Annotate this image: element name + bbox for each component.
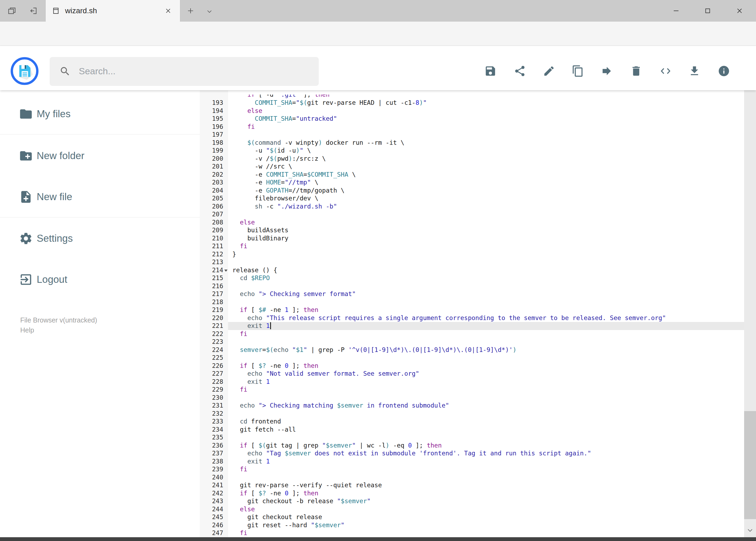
move-icon[interactable]	[601, 65, 613, 77]
code-line-225[interactable]: 225	[200, 354, 744, 362]
maximize-icon[interactable]	[704, 7, 712, 15]
code-line-241[interactable]: 241 git rev-parse --verify --quiet relea…	[200, 481, 744, 489]
sidebar-item-my-files[interactable]: My files	[0, 103, 200, 125]
close-window-icon[interactable]	[735, 7, 744, 15]
code-line-192[interactable]: if [ -d ".git" ]; then	[200, 95, 744, 98]
code-line-194[interactable]: 194 else	[200, 107, 744, 115]
code-line-202[interactable]: 202 -e COMMIT_SHA=$COMMIT_SHA \	[200, 171, 744, 179]
code-line-219[interactable]: 219 if [ $# -ne 1 ]; then	[200, 306, 744, 314]
filebrowser-logo-icon[interactable]	[11, 57, 39, 85]
code-line-209[interactable]: 209 buildAssets	[200, 226, 744, 235]
code-line-212[interactable]: 212}	[200, 251, 744, 259]
code-line-240[interactable]: 240	[200, 473, 744, 482]
code-line-193[interactable]: 193 COMMIT_SHA="$(git rev-parse HEAD | c…	[200, 99, 744, 107]
code-line-220[interactable]: 220 echo "This release script requires a…	[200, 314, 744, 322]
scrollbar-thumb[interactable]	[744, 411, 756, 519]
copy-icon[interactable]	[572, 65, 584, 77]
code-line-231[interactable]: 231 echo "> Checking matching $semver in…	[200, 402, 744, 410]
page-scrollbar[interactable]	[744, 46, 756, 537]
code-line-236[interactable]: 236 if [ $(git tag | grep "$semver" | wc…	[200, 442, 744, 450]
document-icon	[52, 6, 60, 15]
code-line-217[interactable]: 217 echo "> Checking semver format"	[200, 290, 744, 298]
line-number: 218	[200, 298, 228, 306]
fold-arrow-icon[interactable]	[224, 270, 227, 272]
close-icon[interactable]	[164, 7, 172, 15]
browser-tab[interactable]: wizard.sh	[45, 0, 180, 22]
plus-icon[interactable]	[186, 6, 195, 15]
code-line-223[interactable]: 223	[200, 338, 744, 346]
help-link[interactable]: Help	[20, 325, 34, 335]
download-icon[interactable]	[688, 65, 701, 77]
line-number: 233	[200, 417, 228, 426]
code-line-207[interactable]: 207	[200, 211, 744, 219]
scroll-down-icon[interactable]	[747, 527, 754, 534]
code-text: filebrowser/dev \	[228, 195, 744, 203]
code-text: buildAssets	[228, 226, 744, 235]
code-line-216[interactable]: 216	[200, 282, 744, 290]
code-line-204[interactable]: 204 -e GOPATH=//tmp/gopath \	[200, 187, 744, 195]
code-line-196[interactable]: 196 fi	[200, 123, 744, 131]
code-line-226[interactable]: 226 if [ $? -ne 0 ]; then	[200, 362, 744, 370]
search-box[interactable]	[50, 57, 319, 86]
edit-icon[interactable]	[543, 65, 555, 77]
code-line-229[interactable]: 229 fi	[200, 386, 744, 394]
code-line-208[interactable]: 208 else	[200, 219, 744, 227]
code-line-237[interactable]: 237 echo "Tag $semver does not exist in …	[200, 449, 744, 457]
code-line-197[interactable]: 197	[200, 131, 744, 139]
raw-code-icon[interactable]	[659, 65, 672, 77]
code-line-246[interactable]: 246 git reset --hard "$semver"	[200, 521, 744, 529]
code-line-210[interactable]: 210 buildBinary	[200, 235, 744, 243]
code-line-242[interactable]: 242 if [ $? -ne 0 ]; then	[200, 489, 744, 497]
sidebar-item-new-folder[interactable]: New folder	[0, 145, 200, 167]
code-line-199[interactable]: 199 -u "$(id -u)" \	[200, 147, 744, 155]
set-tabs-aside-icon[interactable]	[28, 6, 38, 16]
tab-preview-icon[interactable]	[7, 6, 17, 16]
line-number: 236	[200, 442, 228, 450]
search-input[interactable]	[78, 57, 305, 85]
code-line-206[interactable]: 206 sh -c "./wizard.sh -b"	[200, 203, 744, 211]
code-line-238[interactable]: 238 exit 1	[200, 457, 744, 466]
sidebar-item-new-file[interactable]: New file	[0, 186, 200, 208]
code-line-198[interactable]: 198 $(command -v winpty) docker run --rm…	[200, 139, 744, 147]
code-line-243[interactable]: 243 git checkout -b release "$semver"	[200, 497, 744, 505]
code-line-233[interactable]: 233 cd frontend	[200, 417, 744, 426]
code-line-195[interactable]: 195 COMMIT_SHA="untracked"	[200, 115, 744, 123]
code-line-218[interactable]: 218	[200, 298, 744, 306]
chevron-down-icon[interactable]	[206, 8, 213, 15]
code-line-221[interactable]: 221 exit 1	[200, 322, 744, 330]
line-number: 226	[200, 362, 228, 370]
code-line-239[interactable]: 239 fi	[200, 465, 744, 473]
sidebar-item-logout[interactable]: Logout	[0, 268, 200, 291]
code-line-215[interactable]: 215 cd $REPO	[200, 274, 744, 282]
share-icon[interactable]	[514, 65, 526, 77]
code-line-230[interactable]: 230	[200, 394, 744, 402]
code-line-214[interactable]: 214release () {	[200, 266, 744, 274]
code-line-234[interactable]: 234 git fetch --all	[200, 426, 744, 434]
code-line-205[interactable]: 205 filebrowser/dev \	[200, 195, 744, 203]
code-line-244[interactable]: 244 else	[200, 505, 744, 513]
code-line-245[interactable]: 245 git checkout release	[200, 513, 744, 521]
code-line-201[interactable]: 201 -w //src \	[200, 163, 744, 171]
sidebar-item-settings[interactable]: Settings	[0, 227, 200, 250]
code-line-211[interactable]: 211 fi	[200, 242, 744, 251]
code-line-200[interactable]: 200 -v /$(pwd):/src:z \	[200, 155, 744, 163]
code-editor[interactable]: if [ -d ".git" ]; then193 COMMIT_SHA="$(…	[200, 90, 744, 537]
code-line-222[interactable]: 222 fi	[200, 330, 744, 338]
code-line-247[interactable]: 247 fi	[200, 529, 744, 537]
code-line-213[interactable]: 213	[200, 258, 744, 266]
info-icon[interactable]	[718, 65, 730, 77]
code-line-227[interactable]: 227 echo "Not valid semver format. See s…	[200, 370, 744, 378]
line-number: 209	[200, 226, 228, 235]
minimize-icon[interactable]	[672, 7, 680, 15]
line-number: 201	[200, 163, 228, 171]
code-line-235[interactable]: 235	[200, 433, 744, 442]
line-number: 207	[200, 211, 228, 219]
code-line-232[interactable]: 232	[200, 410, 744, 418]
code-line-203[interactable]: 203 -e HOME="//tmp" \	[200, 179, 744, 187]
new-file-icon	[19, 190, 33, 204]
code-line-228[interactable]: 228 exit 1	[200, 378, 744, 386]
save-icon[interactable]	[484, 65, 497, 77]
delete-icon[interactable]	[630, 65, 642, 77]
code-line-224[interactable]: 224 semver=$(echo "$1" | grep -P '^v(0|[…	[200, 346, 744, 354]
code-text: buildBinary	[228, 235, 744, 243]
